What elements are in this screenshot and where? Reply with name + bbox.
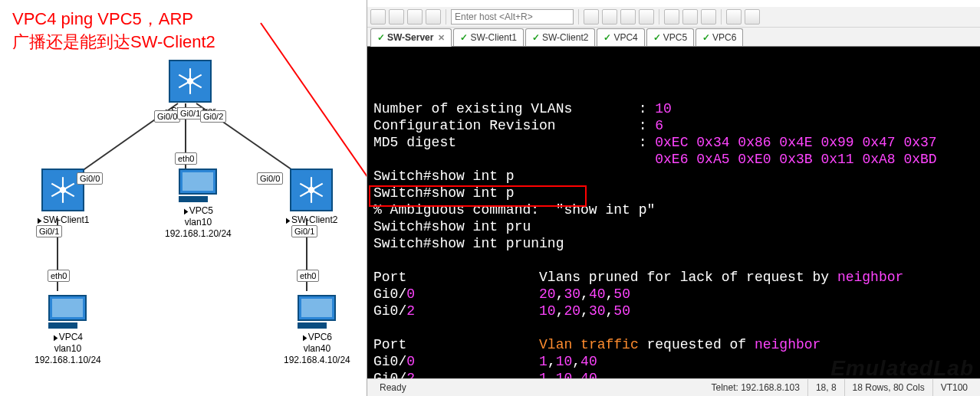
toolbar-button[interactable] (639, 9, 654, 25)
terminal-output[interactable]: Number of existing VLANs : 10Configurati… (367, 47, 980, 378)
tab-vpc5[interactable]: ✓VPC5 (646, 28, 694, 46)
toolbar-button[interactable] (682, 9, 698, 25)
status-telnet: Telnet: 192.168.8.103 (703, 379, 807, 396)
pc-icon (179, 169, 217, 202)
tab-vpc6[interactable]: ✓VPC6 (696, 28, 743, 46)
svg-line-23 (311, 184, 323, 190)
terminal-line: Gi0/2 1,10,40 (373, 370, 974, 378)
svg-line-19 (52, 190, 64, 196)
toolbar-button[interactable] (407, 9, 423, 25)
node-vpc4[interactable]: ▶VPC4 vlan10 192.168.1.10/24 (35, 295, 101, 365)
separator (659, 9, 659, 25)
ip-label: 192.168.4.10/24 (284, 355, 350, 365)
vlan-label: vlan40 (284, 343, 350, 354)
tab-label: VPC6 (712, 32, 736, 43)
svg-line-17 (63, 190, 74, 196)
close-icon[interactable]: ✕ (438, 33, 445, 43)
vlan-label: vlan10 (165, 217, 232, 227)
svg-line-9 (190, 75, 202, 81)
svg-line-24 (311, 190, 323, 196)
toolbar-button[interactable] (584, 9, 599, 25)
node-label: ▶SW-Client1 (37, 214, 89, 225)
tab-sw-client1[interactable]: ✓SW-Client1 (453, 28, 523, 46)
switch-icon (290, 169, 333, 211)
svg-line-20 (52, 184, 64, 190)
svg-line-13 (179, 75, 191, 81)
svg-line-10 (190, 81, 202, 87)
terminal-line: Switch#show int pruning (373, 235, 974, 252)
terminal-line: 0xE6 0xA5 0xE0 0x3B 0x11 0xA8 0xBD (373, 151, 974, 168)
pc-icon (48, 295, 87, 329)
toolbar-button[interactable] (370, 9, 386, 25)
port-label: eth0 (48, 270, 70, 282)
svg-line-26 (301, 190, 312, 196)
menubar (367, 0, 980, 7)
toolbar-button[interactable] (426, 9, 441, 25)
switch-icon (169, 60, 212, 103)
terminal-line: Switch#show int pru (373, 218, 974, 235)
node-vpc6[interactable]: ▶VPC6 vlan40 192.168.4.10/24 (284, 295, 350, 365)
annotation-text: VPC4 ping VPC5，ARP 广播还是能到达SW-Client2 (12, 8, 215, 53)
check-icon: ✓ (653, 32, 661, 43)
node-label: ▶SW-Client2 (285, 214, 337, 225)
toolbar-button[interactable] (620, 9, 636, 25)
topology-canvas[interactable]: VPC4 ping VPC5，ARP 广播还是能到达SW-Client2 ▶SW… (0, 0, 367, 396)
port-label: Gi0/0 (257, 172, 283, 185)
terminal-line: Switch#show int p (373, 168, 974, 185)
pc-icon (298, 295, 336, 329)
terminal-line: Switch#show int p (373, 185, 974, 201)
terminal-line: Gi0/0 20,30,40,50 (373, 286, 974, 303)
terminal-line: Port Vlans pruned for lack of request by… (373, 269, 974, 286)
port-label: Gi0/2 (200, 110, 226, 123)
separator (721, 9, 722, 25)
toolbar-button[interactable] (745, 9, 760, 25)
node-sw-client2[interactable]: ▶SW-Client2 (285, 169, 337, 225)
node-label: ▶VPC5 (165, 205, 232, 216)
separator (578, 9, 579, 25)
tab-sw-server[interactable]: ✓SW-Server✕ (370, 28, 452, 47)
tab-vpc4[interactable]: ✓VPC4 (597, 28, 644, 46)
terminal-line: Number of existing VLANs : 10 (373, 100, 974, 117)
terminal-app: ✓SW-Server✕✓SW-Client1✓SW-Client2✓VPC4✓V… (367, 0, 980, 396)
tab-label: VPC4 (613, 32, 637, 43)
terminal-line: % Ambiguous command: "show int p" (373, 201, 974, 218)
toolbar-button[interactable] (701, 9, 716, 25)
node-label: ▶VPC4 (35, 332, 101, 342)
terminal-line: Gi0/2 10,20,30,50 (373, 303, 974, 319)
ip-label: 192.168.1.10/24 (35, 355, 101, 365)
port-label: Gi0/1 (36, 225, 62, 237)
check-icon: ✓ (702, 32, 710, 43)
host-input[interactable] (451, 9, 574, 25)
port-label: Gi0/1 (291, 225, 317, 237)
status-pos: 18, 8 (808, 379, 845, 396)
check-icon: ✓ (532, 32, 540, 43)
status-term: VT100 (933, 379, 975, 396)
ip-label: 192.168.1.20/24 (165, 228, 232, 239)
vlan-label: vlan10 (35, 343, 101, 354)
terminal-line: MD5 digest : 0xEC 0x34 0x86 0x4E 0x99 0x… (373, 134, 974, 151)
check-icon: ✓ (603, 32, 611, 43)
status-ready: Ready (372, 379, 414, 396)
node-label: ▶VPC6 (284, 332, 350, 342)
toolbar-button[interactable] (389, 9, 404, 25)
tab-label: SW-Client2 (542, 32, 588, 43)
check-icon: ✓ (377, 32, 385, 43)
svg-line-27 (301, 184, 312, 190)
status-size: 18 Rows, 80 Cols (845, 379, 933, 396)
node-vpc5[interactable]: ▶VPC5 vlan10 192.168.1.20/24 (165, 169, 232, 239)
toolbar (367, 7, 980, 28)
port-label: eth0 (297, 270, 319, 282)
toolbar-button[interactable] (664, 9, 679, 25)
terminal-line (373, 319, 974, 336)
tab-bar: ✓SW-Server✕✓SW-Client1✓SW-Client2✓VPC4✓V… (367, 28, 980, 47)
tab-sw-client2[interactable]: ✓SW-Client2 (525, 28, 595, 46)
port-label: eth0 (175, 152, 197, 165)
toolbar-button[interactable] (726, 9, 742, 25)
svg-line-12 (179, 81, 191, 87)
toolbar-button[interactable] (602, 9, 617, 25)
tab-label: SW-Server (387, 32, 433, 43)
tab-label: VPC5 (663, 32, 687, 43)
status-bar: Ready Telnet: 192.168.8.103 18, 8 18 Row… (367, 378, 980, 396)
terminal-line (373, 252, 974, 269)
tab-label: SW-Client1 (470, 32, 516, 43)
